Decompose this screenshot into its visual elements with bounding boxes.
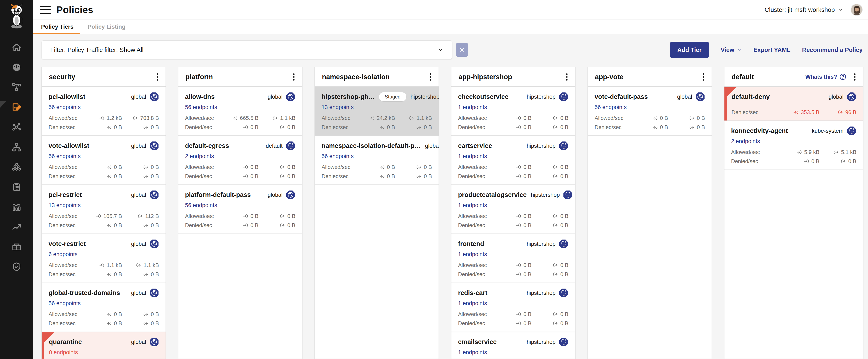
sidebar-item-alerts-trend[interactable] bbox=[0, 217, 33, 237]
tab-policy-tiers[interactable]: Policy Tiers bbox=[33, 20, 80, 34]
endpoints-link[interactable]: 13 endpoints bbox=[321, 104, 354, 111]
ingress-stat: 0 B bbox=[360, 164, 395, 170]
sidebar-item-home[interactable] bbox=[0, 37, 33, 57]
policy-card-cartservice[interactable]: cartservicehipstershopns1 endpointsAllow… bbox=[452, 136, 575, 185]
policy-scope-label: hipstershop bbox=[410, 94, 439, 100]
policy-card-platform-default-pass[interactable]: platform-default-passglobal56 endpointsA… bbox=[178, 185, 302, 233]
sidebar-item-image-assurance[interactable] bbox=[0, 237, 33, 257]
endpoints-link[interactable]: 1 endpoints bbox=[458, 104, 487, 111]
clear-filter-button[interactable] bbox=[456, 43, 468, 57]
policy-card-frontend[interactable]: frontendhipstershopns1 endpointsAllowed/… bbox=[452, 234, 575, 282]
endpoints-link[interactable]: 56 endpoints bbox=[49, 300, 81, 307]
policy-name: default-deny bbox=[732, 93, 770, 101]
egress-value: 0 B bbox=[424, 124, 432, 131]
stat-label: Allowed/sec bbox=[731, 149, 760, 156]
tier-menu-button[interactable] bbox=[155, 72, 160, 82]
recommend-policy-button[interactable]: Recommend a Policy bbox=[802, 47, 863, 53]
policy-card-default-deny[interactable]: default-denyglobalDenied/sec353.5 B96 B bbox=[724, 87, 863, 120]
policy-card-default-egress[interactable]: default-egressdefaultns2 endpointsAllowe… bbox=[178, 136, 302, 185]
policy-card-vote-default-pass[interactable]: vote-default-passglobal56 endpointsAllow… bbox=[588, 87, 712, 135]
endpoints-link[interactable]: 56 endpoints bbox=[321, 153, 354, 160]
whats-this-link[interactable]: Whats this? bbox=[805, 74, 846, 80]
endpoints-link[interactable]: 1 endpoints bbox=[458, 251, 487, 258]
ingress-icon bbox=[243, 173, 248, 179]
compliance-icon bbox=[11, 182, 22, 192]
policy-card-vote-restrict[interactable]: vote-restrictglobal6 endpointsAllowed/se… bbox=[42, 234, 165, 282]
toolbar: Filter: Policy Traffic filter: Show All … bbox=[41, 40, 863, 59]
ingress-value: 0 B bbox=[523, 173, 531, 180]
endpoints-link[interactable]: 56 endpoints bbox=[595, 104, 627, 111]
endpoints-link[interactable]: 0 endpoints bbox=[49, 349, 78, 356]
endpoints-link[interactable]: 1 endpoints bbox=[458, 300, 487, 307]
stat-values: 0 B0 B bbox=[496, 222, 568, 228]
egress-icon bbox=[833, 149, 839, 155]
endpoints-link[interactable]: 1 endpoints bbox=[458, 153, 487, 160]
stat-values: 0 B0 B bbox=[784, 158, 857, 165]
sidebar-item-service-graph[interactable] bbox=[0, 117, 33, 137]
sidebar-item-endpoints[interactable] bbox=[0, 157, 33, 177]
avatar[interactable] bbox=[850, 4, 863, 16]
stat-values: 24.2 kB1.1 kB bbox=[360, 115, 432, 121]
endpoints-link[interactable]: 56 endpoints bbox=[185, 202, 217, 209]
sidebar-item-flows[interactable] bbox=[0, 77, 33, 97]
tab-policy-listing[interactable]: Policy Listing bbox=[80, 20, 132, 34]
tier-menu-button[interactable] bbox=[852, 72, 858, 82]
policy-card-vote-allowlist[interactable]: vote-allowlistglobal56 endpointsAllowed/… bbox=[42, 136, 165, 185]
tier-menu-button[interactable] bbox=[701, 72, 706, 82]
egress-value: 0 B bbox=[151, 164, 159, 170]
endpoints-link[interactable]: 13 endpoints bbox=[49, 202, 81, 209]
sidebar-item-compliance[interactable] bbox=[0, 177, 33, 197]
policy-card-global-trusted-domains[interactable]: global-trusted-domainsglobal56 endpoints… bbox=[42, 283, 165, 332]
egress-stat: 112 B bbox=[130, 213, 159, 219]
traffic-filter-select[interactable]: Filter: Policy Traffic filter: Show All bbox=[41, 40, 452, 59]
sidebar-item-dashboard[interactable] bbox=[0, 57, 33, 77]
tier-header: app-vote bbox=[588, 67, 712, 86]
tier-menu-button[interactable] bbox=[428, 72, 433, 82]
policy-name: productcatalogservice bbox=[458, 191, 527, 199]
endpoints-link[interactable]: 1 endpoints bbox=[458, 349, 487, 356]
egress-stat: 1.1 kB bbox=[130, 262, 159, 269]
ingress-icon bbox=[106, 272, 112, 277]
sidebar-item-threat-defense[interactable] bbox=[0, 257, 33, 277]
egress-value: 1.1 kB bbox=[416, 115, 432, 121]
policy-card-productcatalogservice[interactable]: productcatalogservicehipstershopns1 endp… bbox=[452, 185, 575, 233]
menu-icon[interactable] bbox=[40, 6, 51, 14]
stat-values: 0 B0 B bbox=[223, 124, 296, 131]
endpoints-link[interactable]: 56 endpoints bbox=[185, 104, 217, 111]
policy-card-allow-dns[interactable]: allow-dnsglobal56 endpointsAllowed/sec66… bbox=[178, 87, 302, 135]
endpoints-link[interactable]: 56 endpoints bbox=[49, 153, 81, 160]
policy-card-pci-allowlist[interactable]: pci-allowlistglobal56 endpointsAllowed/s… bbox=[42, 87, 165, 135]
policy-card-checkoutservice[interactable]: checkoutservicehipstershopns1 endpointsA… bbox=[452, 87, 575, 135]
calico-cat-logo[interactable] bbox=[6, 2, 27, 29]
export-yaml-button[interactable]: Export YAML bbox=[753, 47, 790, 53]
policy-card-namespace-isolation-default-p[interactable]: namespace-isolation-default-p…global56 e… bbox=[315, 136, 439, 185]
cluster-selector[interactable]: Cluster: jlt-msft-workshop bbox=[765, 6, 843, 13]
endpoints-link[interactable]: 6 endpoints bbox=[49, 251, 78, 258]
endpoints-link[interactable]: 2 endpoints bbox=[731, 138, 760, 145]
add-tier-button[interactable]: Add Tier bbox=[670, 42, 709, 58]
tier-menu-button[interactable] bbox=[291, 72, 297, 82]
egress-stat: 0 B bbox=[403, 124, 432, 131]
policy-card-konnectivity-agent[interactable]: konnectivity-agentkube-systemns2 endpoin… bbox=[724, 121, 863, 169]
policy-card-hipstershop-gh[interactable]: hipstershop-gh…Stagedhipstershopns13 end… bbox=[315, 87, 439, 135]
endpoints-link[interactable]: 2 endpoints bbox=[185, 153, 214, 160]
sidebar-item-policies[interactable] bbox=[0, 97, 33, 117]
egress-value: 1.1 kB bbox=[280, 115, 296, 121]
sidebar-item-timeline[interactable] bbox=[0, 197, 33, 217]
policy-scope-label: global bbox=[131, 290, 146, 296]
egress-value: 112 B bbox=[145, 213, 159, 219]
egress-value: 0 B bbox=[287, 173, 296, 180]
traffic-stat-row: Allowed/sec105.7 B112 B bbox=[49, 213, 159, 219]
namespace-icon: ns bbox=[559, 239, 568, 249]
policy-card-redis-cart[interactable]: redis-carthipstershopns1 endpointsAllowe… bbox=[452, 283, 575, 332]
policy-card-pci-restrict[interactable]: pci-restrictglobal13 endpointsAllowed/se… bbox=[42, 185, 165, 233]
tier-menu-button[interactable] bbox=[564, 72, 570, 82]
egress-value: 1.1 kB bbox=[144, 262, 159, 269]
policy-card-emailservice[interactable]: emailservicehipstershopns1 endpointsAllo… bbox=[452, 332, 575, 359]
endpoints-link[interactable]: 1 endpoints bbox=[458, 202, 487, 209]
view-menu-button[interactable]: View bbox=[721, 47, 742, 53]
endpoints-link[interactable]: 56 endpoints bbox=[49, 104, 81, 111]
egress-icon bbox=[143, 321, 149, 326]
sidebar-item-network-tree[interactable] bbox=[0, 137, 33, 157]
policy-card-quarantine[interactable]: quarantineglobal0 endpoints bbox=[42, 332, 165, 359]
